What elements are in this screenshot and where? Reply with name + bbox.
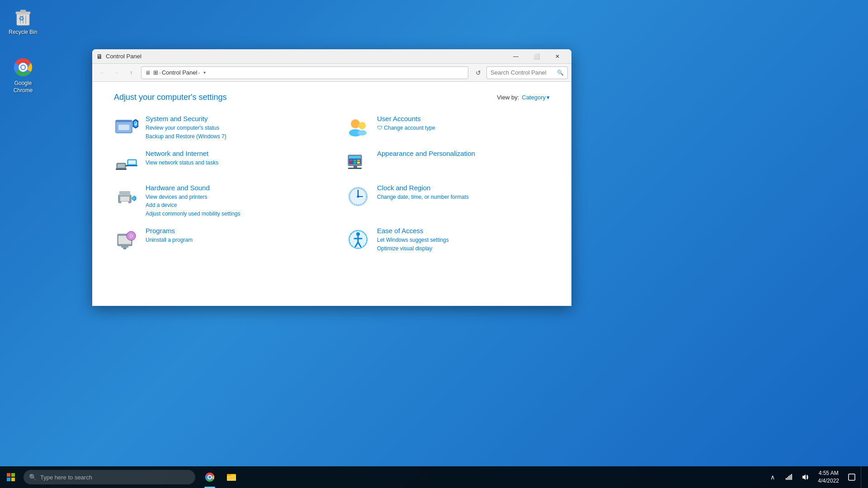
taskbar-search-icon: 🔍 [29, 474, 37, 481]
content-header: Adjust your computer's settings View by:… [114, 93, 550, 102]
up-button[interactable]: ↑ [125, 66, 137, 79]
content-title: Adjust your computer's settings [114, 93, 227, 102]
breadcrumb-home[interactable]: ⊞ [153, 69, 158, 76]
maximize-button[interactable]: ⬜ [526, 49, 547, 64]
window-content: Adjust your computer's settings View by:… [92, 82, 571, 306]
programs-link-1[interactable]: Uninstall a program [146, 236, 193, 244]
category-appearance[interactable]: Appearance and Personalization [345, 150, 550, 175]
view-by-dropdown-icon: ▾ [547, 94, 550, 101]
category-ease-of-access[interactable]: Ease of Access Let Windows suggest setti… [345, 227, 550, 253]
ease-of-access-name[interactable]: Ease of Access [377, 227, 449, 235]
address-dropdown-button[interactable]: ▾ [200, 66, 209, 79]
system-security-links: Review your computer's status Backup and… [146, 124, 226, 141]
svg-point-11 [21, 66, 25, 69]
ease-of-access-link-2[interactable]: Optimize visual display [377, 245, 449, 253]
taskbar-search-input[interactable] [40, 474, 190, 481]
hardware-sound-name[interactable]: Hardware and Sound [146, 184, 240, 192]
category-user-accounts[interactable]: User Accounts 🛡 Change account type [345, 115, 550, 141]
google-chrome-icon[interactable]: Google Chrome [3, 55, 43, 96]
appearance-name[interactable]: Appearance and Personalization [377, 150, 475, 157]
window-titlebar: 🖥 Control Panel — ⬜ ✕ [92, 49, 571, 64]
svg-point-49 [357, 195, 359, 197]
address-bar[interactable]: 🖥 ⊞ › Control Panel › ▾ [141, 66, 468, 79]
forward-button[interactable]: → [110, 66, 123, 79]
system-security-link-2[interactable]: Backup and Restore (Windows 7) [146, 133, 226, 141]
svg-rect-77 [228, 479, 232, 479]
categories-grid: ✓ System and Security Review your comput… [114, 115, 550, 253]
programs-icon [114, 227, 139, 252]
network-internet-name[interactable]: Network and Internet [146, 150, 218, 157]
taskbar-search[interactable]: 🔍 [24, 470, 195, 484]
address-bar-icon: 🖥 [145, 70, 151, 76]
svg-rect-39 [348, 168, 362, 169]
recycle-bin-label: Recycle Bin [9, 29, 37, 36]
hardware-sound-link-3[interactable]: Adjust commonly used mobility settings [146, 210, 240, 218]
ease-of-access-links: Let Windows suggest settings Optimize vi… [377, 236, 449, 253]
svg-text:✓: ✓ [134, 122, 138, 127]
programs-links: Uninstall a program [146, 236, 193, 244]
clock-region-link-1[interactable]: Change date, time, or number formats [377, 193, 469, 201]
svg-rect-78 [786, 478, 787, 480]
refresh-button[interactable]: ↺ [472, 66, 485, 79]
taskbar-explorer-app[interactable] [221, 466, 242, 488]
svg-rect-32 [350, 160, 353, 161]
window-navbar: ← → ↑ 🖥 ⊞ › Control Panel › ▾ ↺ 🔍 [92, 64, 571, 82]
network-internet-link-1[interactable]: View network status and tasks [146, 159, 218, 167]
user-accounts-links: 🛡 Change account type [377, 124, 435, 132]
clock-region-links: Change date, time, or number formats [377, 193, 469, 201]
system-security-link-1[interactable]: Review your computer's status [146, 124, 226, 132]
back-button[interactable]: ← [96, 66, 108, 79]
programs-name[interactable]: Programs [146, 227, 193, 235]
category-clock-region[interactable]: Clock and Region Change date, time, or n… [345, 184, 550, 218]
search-bar[interactable]: 🔍 [486, 66, 568, 79]
clock-region-name[interactable]: Clock and Region [377, 184, 469, 192]
svg-rect-75 [228, 477, 235, 477]
category-programs[interactable]: Programs Uninstall a program [114, 227, 318, 253]
hardware-sound-links: View devices and printers Add a device A… [146, 193, 240, 218]
search-input[interactable] [491, 69, 557, 76]
recycle-bin-image: ♻ [12, 5, 34, 27]
system-security-text: System and Security Review your computer… [146, 115, 226, 141]
svg-rect-31 [349, 156, 361, 159]
tray-notification-button[interactable] [844, 470, 859, 484]
taskbar-chrome-app[interactable] [199, 466, 221, 488]
svg-rect-24 [116, 169, 127, 170]
recycle-bin-icon[interactable]: ♻ Recycle Bin [3, 4, 43, 38]
taskbar: 🔍 [0, 466, 868, 488]
svg-rect-53 [121, 246, 128, 248]
svg-rect-2 [20, 10, 26, 12]
user-accounts-name[interactable]: User Accounts [377, 115, 435, 122]
close-button[interactable]: ✕ [547, 49, 568, 64]
svg-rect-33 [354, 160, 356, 161]
svg-point-18 [351, 119, 360, 128]
svg-point-56 [131, 235, 132, 236]
tray-volume-icon[interactable] [798, 470, 812, 484]
breadcrumb-control-panel[interactable]: Control Panel [162, 69, 198, 76]
start-button[interactable] [0, 466, 22, 488]
category-network-internet[interactable]: Network and Internet View network status… [114, 150, 318, 175]
view-by-value[interactable]: Category ▾ [522, 94, 550, 101]
user-accounts-link-1[interactable]: 🛡 Change account type [377, 124, 435, 132]
svg-rect-36 [354, 162, 356, 164]
clock-region-text: Clock and Region Change date, time, or n… [377, 184, 469, 201]
view-by: View by: Category ▾ [497, 94, 550, 101]
category-system-security[interactable]: ✓ System and Security Review your comput… [114, 115, 318, 141]
hardware-sound-text: Hardware and Sound View devices and prin… [146, 184, 240, 218]
taskbar-clock[interactable]: 4:55 AM 4/4/2022 [814, 466, 843, 488]
hardware-sound-link-2[interactable]: Add a device [146, 202, 240, 209]
hardware-sound-link-1[interactable]: View devices and printers [146, 193, 240, 201]
system-security-name[interactable]: System and Security [146, 115, 226, 122]
category-hardware-sound[interactable]: Hardware and Sound View devices and prin… [114, 184, 318, 218]
svg-marker-44 [132, 196, 135, 201]
svg-rect-34 [357, 160, 360, 161]
svg-rect-67 [11, 478, 15, 481]
tray-expand-button[interactable]: ∧ [765, 470, 780, 484]
show-desktop-button[interactable] [861, 466, 864, 488]
svg-point-21 [358, 130, 367, 136]
minimize-button[interactable]: — [505, 49, 526, 64]
programs-text: Programs Uninstall a program [146, 227, 193, 244]
svg-rect-82 [791, 474, 792, 480]
window-icon: 🖥 [96, 53, 103, 60]
tray-network-icon[interactable] [782, 470, 796, 484]
ease-of-access-link-1[interactable]: Let Windows suggest settings [377, 236, 449, 244]
